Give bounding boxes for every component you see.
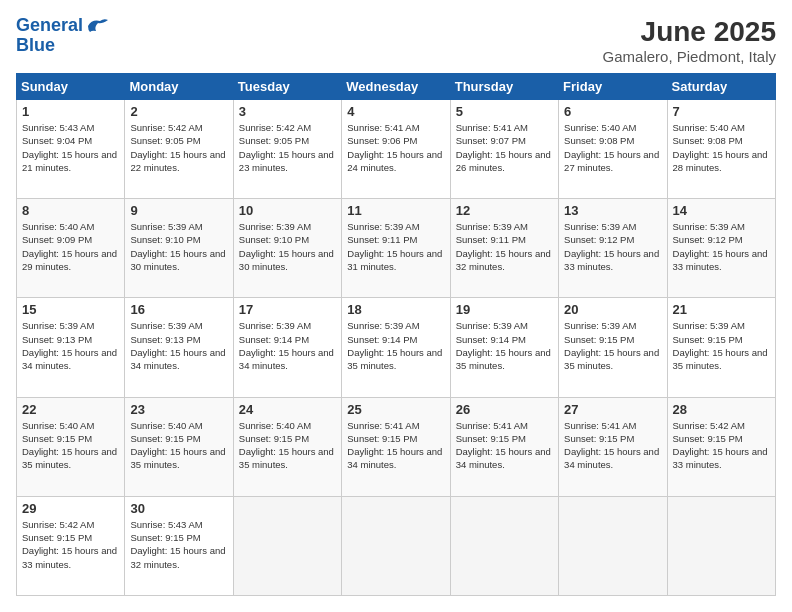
day-number: 3 bbox=[239, 104, 336, 119]
day-cell: 18 Sunrise: 5:39 AM Sunset: 9:14 PM Dayl… bbox=[342, 298, 450, 397]
header-sunday: Sunday bbox=[17, 74, 125, 100]
day-info: Sunrise: 5:42 AM Sunset: 9:15 PM Dayligh… bbox=[22, 518, 119, 571]
day-info: Sunrise: 5:43 AM Sunset: 9:15 PM Dayligh… bbox=[130, 518, 227, 571]
day-cell: 17 Sunrise: 5:39 AM Sunset: 9:14 PM Dayl… bbox=[233, 298, 341, 397]
day-info: Sunrise: 5:39 AM Sunset: 9:13 PM Dayligh… bbox=[22, 319, 119, 372]
day-info: Sunrise: 5:39 AM Sunset: 9:14 PM Dayligh… bbox=[347, 319, 444, 372]
day-info: Sunrise: 5:42 AM Sunset: 9:05 PM Dayligh… bbox=[130, 121, 227, 174]
day-info: Sunrise: 5:39 AM Sunset: 9:12 PM Dayligh… bbox=[564, 220, 661, 273]
day-info: Sunrise: 5:40 AM Sunset: 9:15 PM Dayligh… bbox=[130, 419, 227, 472]
day-number: 16 bbox=[130, 302, 227, 317]
day-info: Sunrise: 5:39 AM Sunset: 9:10 PM Dayligh… bbox=[130, 220, 227, 273]
day-cell: 16 Sunrise: 5:39 AM Sunset: 9:13 PM Dayl… bbox=[125, 298, 233, 397]
day-cell: 4 Sunrise: 5:41 AM Sunset: 9:06 PM Dayli… bbox=[342, 100, 450, 199]
day-number: 6 bbox=[564, 104, 661, 119]
calendar-table: Sunday Monday Tuesday Wednesday Thursday… bbox=[16, 73, 776, 596]
day-cell: 2 Sunrise: 5:42 AM Sunset: 9:05 PM Dayli… bbox=[125, 100, 233, 199]
header-monday: Monday bbox=[125, 74, 233, 100]
day-number: 12 bbox=[456, 203, 553, 218]
day-info: Sunrise: 5:39 AM Sunset: 9:15 PM Dayligh… bbox=[673, 319, 770, 372]
day-info: Sunrise: 5:39 AM Sunset: 9:10 PM Dayligh… bbox=[239, 220, 336, 273]
day-cell: 23 Sunrise: 5:40 AM Sunset: 9:15 PM Dayl… bbox=[125, 397, 233, 496]
week-row-2: 8 Sunrise: 5:40 AM Sunset: 9:09 PM Dayli… bbox=[17, 199, 776, 298]
day-number: 26 bbox=[456, 402, 553, 417]
page: General Blue June 2025 Gamalero, Piedmon… bbox=[0, 0, 792, 612]
day-cell: 21 Sunrise: 5:39 AM Sunset: 9:15 PM Dayl… bbox=[667, 298, 775, 397]
day-number: 8 bbox=[22, 203, 119, 218]
header-thursday: Thursday bbox=[450, 74, 558, 100]
day-number: 27 bbox=[564, 402, 661, 417]
day-number: 28 bbox=[673, 402, 770, 417]
main-title: June 2025 bbox=[603, 16, 776, 48]
header-friday: Friday bbox=[559, 74, 667, 100]
day-info: Sunrise: 5:39 AM Sunset: 9:11 PM Dayligh… bbox=[347, 220, 444, 273]
day-cell: 14 Sunrise: 5:39 AM Sunset: 9:12 PM Dayl… bbox=[667, 199, 775, 298]
day-info: Sunrise: 5:39 AM Sunset: 9:11 PM Dayligh… bbox=[456, 220, 553, 273]
weekday-header-row: Sunday Monday Tuesday Wednesday Thursday… bbox=[17, 74, 776, 100]
day-cell: 20 Sunrise: 5:39 AM Sunset: 9:15 PM Dayl… bbox=[559, 298, 667, 397]
day-number: 15 bbox=[22, 302, 119, 317]
day-cell: 9 Sunrise: 5:39 AM Sunset: 9:10 PM Dayli… bbox=[125, 199, 233, 298]
day-number: 9 bbox=[130, 203, 227, 218]
day-cell: 12 Sunrise: 5:39 AM Sunset: 9:11 PM Dayl… bbox=[450, 199, 558, 298]
day-cell: 10 Sunrise: 5:39 AM Sunset: 9:10 PM Dayl… bbox=[233, 199, 341, 298]
day-number: 4 bbox=[347, 104, 444, 119]
day-number: 5 bbox=[456, 104, 553, 119]
day-cell: 29 Sunrise: 5:42 AM Sunset: 9:15 PM Dayl… bbox=[17, 496, 125, 595]
day-cell: 15 Sunrise: 5:39 AM Sunset: 9:13 PM Dayl… bbox=[17, 298, 125, 397]
day-info: Sunrise: 5:41 AM Sunset: 9:15 PM Dayligh… bbox=[564, 419, 661, 472]
day-cell: 24 Sunrise: 5:40 AM Sunset: 9:15 PM Dayl… bbox=[233, 397, 341, 496]
day-cell: 13 Sunrise: 5:39 AM Sunset: 9:12 PM Dayl… bbox=[559, 199, 667, 298]
day-cell bbox=[450, 496, 558, 595]
day-number: 24 bbox=[239, 402, 336, 417]
header-tuesday: Tuesday bbox=[233, 74, 341, 100]
day-number: 1 bbox=[22, 104, 119, 119]
day-cell bbox=[559, 496, 667, 595]
week-row-4: 22 Sunrise: 5:40 AM Sunset: 9:15 PM Dayl… bbox=[17, 397, 776, 496]
header: General Blue June 2025 Gamalero, Piedmon… bbox=[16, 16, 776, 65]
day-info: Sunrise: 5:39 AM Sunset: 9:12 PM Dayligh… bbox=[673, 220, 770, 273]
day-number: 18 bbox=[347, 302, 444, 317]
day-info: Sunrise: 5:39 AM Sunset: 9:14 PM Dayligh… bbox=[239, 319, 336, 372]
day-cell: 19 Sunrise: 5:39 AM Sunset: 9:14 PM Dayl… bbox=[450, 298, 558, 397]
day-info: Sunrise: 5:40 AM Sunset: 9:15 PM Dayligh… bbox=[22, 419, 119, 472]
day-cell: 26 Sunrise: 5:41 AM Sunset: 9:15 PM Dayl… bbox=[450, 397, 558, 496]
day-number: 7 bbox=[673, 104, 770, 119]
day-cell: 27 Sunrise: 5:41 AM Sunset: 9:15 PM Dayl… bbox=[559, 397, 667, 496]
day-cell bbox=[342, 496, 450, 595]
day-info: Sunrise: 5:41 AM Sunset: 9:07 PM Dayligh… bbox=[456, 121, 553, 174]
day-number: 20 bbox=[564, 302, 661, 317]
day-number: 14 bbox=[673, 203, 770, 218]
logo-text: General bbox=[16, 16, 83, 36]
day-number: 30 bbox=[130, 501, 227, 516]
day-cell: 6 Sunrise: 5:40 AM Sunset: 9:08 PM Dayli… bbox=[559, 100, 667, 199]
day-cell: 22 Sunrise: 5:40 AM Sunset: 9:15 PM Dayl… bbox=[17, 397, 125, 496]
day-info: Sunrise: 5:39 AM Sunset: 9:15 PM Dayligh… bbox=[564, 319, 661, 372]
day-cell bbox=[667, 496, 775, 595]
day-info: Sunrise: 5:42 AM Sunset: 9:15 PM Dayligh… bbox=[673, 419, 770, 472]
day-info: Sunrise: 5:41 AM Sunset: 9:15 PM Dayligh… bbox=[347, 419, 444, 472]
day-number: 19 bbox=[456, 302, 553, 317]
day-info: Sunrise: 5:40 AM Sunset: 9:08 PM Dayligh… bbox=[673, 121, 770, 174]
day-info: Sunrise: 5:43 AM Sunset: 9:04 PM Dayligh… bbox=[22, 121, 119, 174]
day-info: Sunrise: 5:39 AM Sunset: 9:13 PM Dayligh… bbox=[130, 319, 227, 372]
day-number: 13 bbox=[564, 203, 661, 218]
day-info: Sunrise: 5:42 AM Sunset: 9:05 PM Dayligh… bbox=[239, 121, 336, 174]
day-number: 29 bbox=[22, 501, 119, 516]
day-info: Sunrise: 5:41 AM Sunset: 9:06 PM Dayligh… bbox=[347, 121, 444, 174]
day-info: Sunrise: 5:39 AM Sunset: 9:14 PM Dayligh… bbox=[456, 319, 553, 372]
day-cell: 8 Sunrise: 5:40 AM Sunset: 9:09 PM Dayli… bbox=[17, 199, 125, 298]
subtitle: Gamalero, Piedmont, Italy bbox=[603, 48, 776, 65]
day-number: 17 bbox=[239, 302, 336, 317]
day-cell: 25 Sunrise: 5:41 AM Sunset: 9:15 PM Dayl… bbox=[342, 397, 450, 496]
day-number: 25 bbox=[347, 402, 444, 417]
day-number: 21 bbox=[673, 302, 770, 317]
day-cell: 11 Sunrise: 5:39 AM Sunset: 9:11 PM Dayl… bbox=[342, 199, 450, 298]
day-cell bbox=[233, 496, 341, 595]
day-cell: 3 Sunrise: 5:42 AM Sunset: 9:05 PM Dayli… bbox=[233, 100, 341, 199]
logo: General Blue bbox=[16, 16, 108, 56]
day-info: Sunrise: 5:41 AM Sunset: 9:15 PM Dayligh… bbox=[456, 419, 553, 472]
day-cell: 28 Sunrise: 5:42 AM Sunset: 9:15 PM Dayl… bbox=[667, 397, 775, 496]
week-row-1: 1 Sunrise: 5:43 AM Sunset: 9:04 PM Dayli… bbox=[17, 100, 776, 199]
header-wednesday: Wednesday bbox=[342, 74, 450, 100]
